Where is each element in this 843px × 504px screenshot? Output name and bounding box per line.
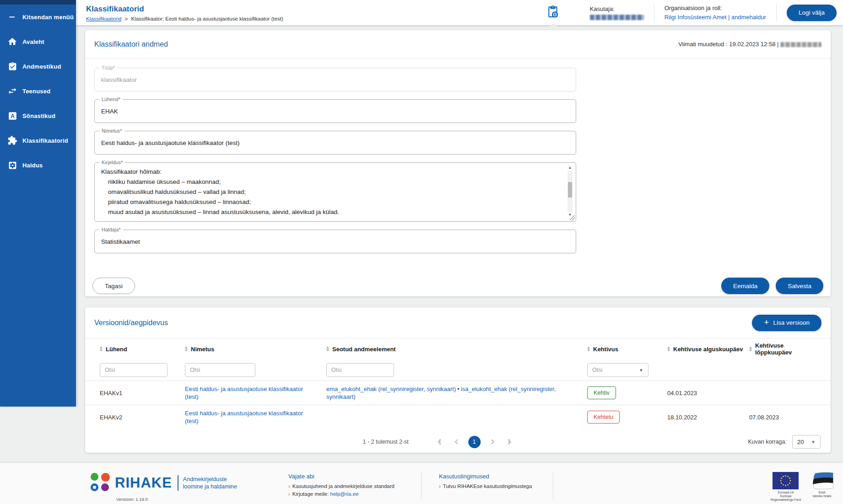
footer: RIHAKE Andmekirjeldusteloomine ja haldam…	[0, 463, 843, 504]
user-label: Kasutaja:	[590, 5, 644, 12]
save-button[interactable]: Salvesta	[776, 278, 823, 294]
sidebar-item-klassifikaatorid[interactable]: Klassifikaatorid	[0, 128, 76, 153]
table-filter-row: Otsi ▼	[85, 359, 831, 381]
rihake-logo-block: RIHAKE Andmekirjeldusteloomine ja haldam…	[91, 473, 237, 502]
tyyp-input[interactable]	[95, 68, 576, 91]
estonia-flag-icon	[809, 472, 835, 489]
sidebar-item-andmestikud[interactable]: Andmestikud	[0, 54, 76, 79]
sidebar-item-sonastikud[interactable]: A Sõnastikud	[0, 103, 76, 128]
sidebar-item-label: Haldus	[22, 162, 43, 169]
breadcrumb-separator: >	[125, 16, 128, 21]
column-header-lyhend[interactable]: Lühend	[100, 346, 185, 353]
filter-nimetus-input[interactable]	[185, 363, 255, 377]
svg-text:A: A	[11, 113, 15, 119]
sidebar: Kitsendan menüü Avaleht Andmestikud Teen…	[0, 0, 76, 407]
next-page-button[interactable]	[483, 436, 500, 448]
ee-caption: Eesti tuleviku heaks	[812, 491, 831, 498]
sidebar-item-label: Sõnastikud	[22, 113, 55, 119]
footer-divider	[553, 473, 553, 499]
resize-handle[interactable]	[570, 215, 575, 220]
filter-kehtivus-select[interactable]: Otsi ▼	[587, 363, 648, 377]
cell-alguskuupaev: 18.10.2022	[667, 414, 749, 421]
cell-kehtivus: Kehtetu	[587, 411, 667, 424]
lyhend-input[interactable]	[95, 100, 576, 123]
filter-cell	[100, 363, 185, 377]
table-row[interactable]: EHAKv1 Eesti haldus- ja asustusjaotuse k…	[85, 381, 831, 405]
cell-lyhend: EHAKv2	[100, 414, 185, 421]
back-button[interactable]: Tagasi	[92, 278, 135, 294]
column-header-seotud-andmeelement[interactable]: Seotud andmeelement	[326, 346, 587, 353]
version-name-link[interactable]: Eesti haldus- ja asustusjaotuse klassifi…	[185, 410, 303, 424]
current-page-button[interactable]: 1	[468, 436, 481, 448]
data-element-link[interactable]: ema_elukoht_ehak (rel_synniregister, syn…	[326, 386, 456, 392]
link-separator: •	[457, 386, 459, 392]
table-row[interactable]: EHAKv2 Eesti haldus- ja asustusjaotuse k…	[85, 405, 831, 429]
lyhend-label: Lühend*	[99, 97, 123, 102]
versions-card: Versioonid/aegpidevus + Lisa versioon Lü…	[85, 307, 831, 453]
help-link-email[interactable]: ›Kirjutage meile: help@ria.ee	[288, 491, 421, 497]
field-nimetus: Nimetus*	[94, 131, 576, 155]
sidebar-item-avaleht[interactable]: Avaleht	[0, 29, 76, 54]
column-header-nimetus[interactable]: Nimetus	[185, 346, 326, 353]
field-haldaja: Haldaja*	[94, 230, 576, 253]
per-page-select[interactable]: 20 ▼	[792, 435, 821, 449]
kirjeldus-textarea[interactable]: Klassifikaator hõlmab: riikliku haldamis…	[95, 163, 576, 221]
email-link[interactable]: help@ria.ee	[330, 491, 358, 497]
organisation-info: Organisatsioon ja roll: Riigi Infosüstee…	[654, 5, 776, 21]
nimetus-input[interactable]	[95, 131, 576, 154]
breadcrumb-link-klassifikaatorid[interactable]: Klassifikaatorid	[86, 16, 121, 21]
column-header-loppkuupaev[interactable]: Kehtivuse lõppkuupäev	[749, 342, 821, 356]
prev-page-button[interactable]	[449, 436, 465, 448]
field-tyyp: Tüüp*	[94, 68, 576, 91]
cell-nimetus: Eesti haldus- ja asustusjaotuse klassifi…	[185, 385, 326, 401]
chevron-down-icon: ▼	[811, 440, 816, 445]
field-lyhend: Lühend*	[94, 99, 576, 123]
last-page-button[interactable]	[500, 436, 516, 448]
terms-link[interactable]: ›Tutvu RIHAKEse kasutustingimustega	[439, 483, 553, 489]
eesti-tuleviku-heaks-logo: Eesti tuleviku heaks	[809, 472, 835, 502]
column-header-alguskuupaev[interactable]: Kehtivuse alguskuupäev	[667, 346, 749, 353]
details-card-title: Klassifikaatori andmed	[94, 40, 168, 48]
sidebar-item-collapse-menu[interactable]: Kitsendan menüü	[0, 5, 76, 29]
chevron-right-icon: ›	[288, 491, 290, 497]
sidebar-top-strip	[0, 0, 76, 5]
column-header-kehtivus[interactable]: Kehtivus	[587, 346, 667, 353]
notifications-button[interactable]	[547, 5, 561, 21]
logout-button[interactable]: Logi välja	[787, 5, 837, 21]
sidebar-item-label: Andmestikud	[22, 63, 61, 70]
sidebar-item-haldus[interactable]: Haldus	[0, 153, 76, 177]
version-name-link[interactable]: Eesti haldus- ja asustusjaotuse klassifi…	[185, 386, 303, 400]
filter-lyhend-input[interactable]	[100, 363, 168, 377]
haldaja-label: Haldaja*	[99, 227, 123, 232]
clipboard-clock-icon	[547, 5, 559, 19]
first-page-button[interactable]	[432, 436, 449, 448]
cell-kehtivus: Kehtiv	[587, 386, 667, 399]
chevron-right-icon: ›	[439, 483, 441, 489]
select-placeholder: Otsi	[592, 367, 602, 373]
rihake-brand: RIHAKE	[115, 475, 172, 491]
scroll-up-icon[interactable]: ▲	[568, 166, 572, 170]
filter-seotud-input[interactable]	[326, 363, 394, 377]
remove-button[interactable]: Eemalda	[721, 278, 769, 294]
add-version-label: Lisa versioon	[773, 319, 810, 326]
scrollbar-track[interactable]	[567, 171, 573, 212]
cell-loppkuupaev: 07.08.2023	[749, 414, 821, 421]
filter-cell	[185, 363, 326, 377]
kirjeldus-label: Kirjeldus*	[99, 160, 125, 165]
cell-seotud-andmeelement: ema_elukoht_ehak (rel_synniregister, syn…	[326, 385, 587, 401]
chevron-down-icon: ▼	[639, 368, 643, 373]
textarea-scrollbar[interactable]: ▲ ▼	[567, 166, 573, 217]
sidebar-item-teenused[interactable]: Teenused	[0, 79, 76, 103]
rihake-tagline: Andmekirjeldusteloomine ja haldamine	[183, 476, 237, 490]
scrollbar-thumb[interactable]	[568, 182, 572, 198]
plus-icon: +	[764, 317, 769, 327]
haldaja-input[interactable]	[95, 230, 576, 253]
organisation-label: Organisatsioon ja roll:	[665, 5, 766, 11]
gear-icon	[7, 160, 18, 171]
sort-icon	[326, 347, 329, 351]
help-link-manual[interactable]: ›Kasutusjuhend ja andmekirjelduse standa…	[288, 483, 421, 489]
add-version-button[interactable]: + Lisa versioon	[752, 315, 821, 331]
last-modified: Viimati muudetud : 19.02.2023 12:58 |	[678, 41, 821, 48]
footer-logos: Euroopa Liit Euroopa Regionaalarengu Fon…	[771, 472, 835, 502]
organisation-role-link[interactable]: Riigi Infosüsteemi Amet | andmehaldur	[665, 14, 766, 21]
